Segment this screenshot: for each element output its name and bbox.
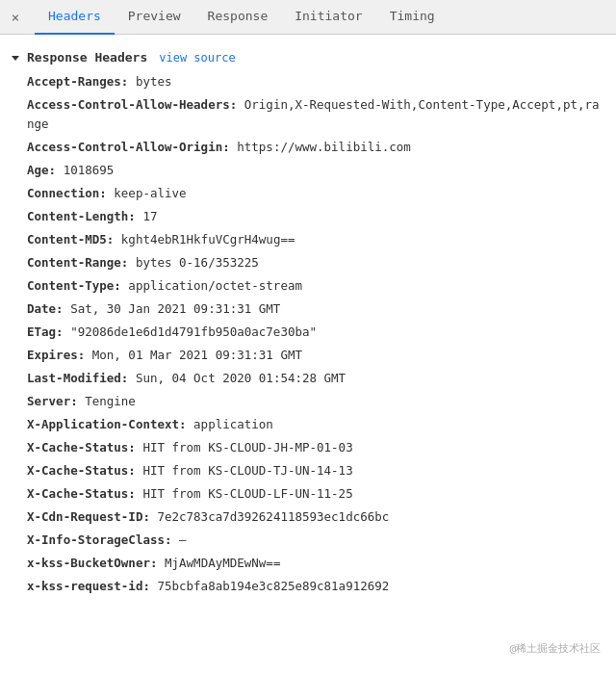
header-value: keep-alive	[114, 186, 186, 200]
header-row: Content-Range: bytes 0-16/353225	[27, 251, 601, 274]
header-value: 75bcbfa8ab194e3c825e89c81a912692	[157, 579, 389, 593]
header-value: bytes 0-16/353225	[136, 255, 259, 270]
header-name: ETag:	[27, 325, 70, 339]
header-name: Accept-Ranges:	[27, 74, 136, 89]
header-row: Accept-Ranges: bytes	[27, 70, 601, 93]
header-name: Date:	[27, 301, 70, 316]
header-value: "92086de1e6d1d4791fb950a0ac7e30ba"	[70, 325, 317, 339]
header-row: Content-MD5: kght4ebR1HkfuVCgrH4wug==	[27, 228, 601, 251]
header-value: kght4ebR1HkfuVCgrH4wug==	[121, 232, 295, 247]
header-row: X-Cache-Status: HIT from KS-CLOUD-JH-MP-…	[27, 436, 601, 459]
header-name: Access-Control-Allow-Headers:	[27, 97, 244, 112]
content-area: Response Headers view source Accept-Rang…	[0, 35, 616, 675]
tab-timing[interactable]: Timing	[376, 0, 449, 35]
close-button[interactable]: ×	[8, 10, 23, 25]
header-row: Access-Control-Allow-Origin: https://www…	[27, 136, 601, 159]
header-value: HIT from KS-CLOUD-TJ-UN-14-13	[142, 463, 352, 478]
header-name: Content-Type:	[27, 278, 128, 293]
header-value: Mon, 01 Mar 2021 09:31:31 GMT	[92, 348, 302, 362]
header-name: Content-MD5:	[27, 232, 121, 247]
header-value: bytes	[136, 74, 172, 89]
header-value: 7e2c783ca7d392624118593ec1dc66bc	[157, 509, 389, 524]
header-row: Access-Control-Allow-Headers: Origin,X-R…	[27, 93, 601, 136]
headers-list: Accept-Ranges: bytesAccess-Control-Allow…	[0, 70, 616, 598]
header-name: X-Application-Context:	[27, 417, 193, 431]
header-row: Expires: Mon, 01 Mar 2021 09:31:31 GMT	[27, 344, 601, 367]
header-name: Content-Range:	[27, 255, 136, 270]
collapse-triangle-icon	[12, 56, 19, 61]
header-value: application	[193, 417, 273, 431]
header-value: 17	[142, 209, 157, 223]
header-row: X-Cdn-Request-ID: 7e2c783ca7d39262411859…	[27, 506, 601, 529]
tab-headers[interactable]: Headers	[35, 0, 115, 35]
tab-preview[interactable]: Preview	[115, 0, 194, 35]
header-name: Connection:	[27, 186, 114, 200]
header-value: HIT from KS-CLOUD-JH-MP-01-03	[142, 440, 352, 454]
header-value: 1018695	[64, 163, 115, 177]
header-row: Content-Length: 17	[27, 205, 601, 228]
header-value: Tengine	[85, 394, 136, 408]
header-value: https://www.bilibili.com	[237, 140, 411, 154]
header-row: Date: Sat, 30 Jan 2021 09:31:31 GMT	[27, 298, 601, 321]
tab-initiator[interactable]: Initiator	[281, 0, 375, 35]
header-name: X-Cdn-Request-ID:	[27, 509, 157, 524]
response-headers-section-header: Response Headers view source	[0, 44, 616, 70]
header-name: Age:	[27, 163, 64, 177]
view-source-link[interactable]: view source	[159, 51, 235, 65]
header-name: Access-Control-Allow-Origin:	[27, 140, 237, 154]
header-row: X-Info-StorageClass: –	[27, 529, 601, 552]
header-row: Connection: keep-alive	[27, 182, 601, 205]
header-row: X-Cache-Status: HIT from KS-CLOUD-LF-UN-…	[27, 482, 601, 506]
tabs-bar: × Headers Preview Response Initiator Tim…	[0, 0, 616, 35]
header-value: application/octet-stream	[128, 278, 302, 293]
header-row: X-Application-Context: application	[27, 413, 601, 436]
header-name: X-Info-StorageClass:	[27, 532, 179, 547]
header-value: HIT from KS-CLOUD-LF-UN-11-25	[142, 486, 352, 501]
header-name: x-kss-request-id:	[27, 579, 157, 593]
header-row: Content-Type: application/octet-stream	[27, 274, 601, 298]
header-row: Last-Modified: Sun, 04 Oct 2020 01:54:28…	[27, 367, 601, 390]
header-name: Expires:	[27, 348, 92, 362]
tab-response[interactable]: Response	[194, 0, 282, 35]
header-name: Last-Modified:	[27, 371, 136, 385]
header-row: Server: Tengine	[27, 390, 601, 413]
header-value: MjAwMDAyMDEwNw==	[165, 556, 280, 570]
header-row: x-kss-request-id: 75bcbfa8ab194e3c825e89…	[27, 575, 601, 598]
header-name: x-kss-BucketOwner:	[27, 556, 165, 570]
header-value: Sat, 30 Jan 2021 09:31:31 GMT	[70, 301, 280, 316]
response-headers-title: Response Headers	[12, 50, 147, 65]
header-row: Age: 1018695	[27, 159, 601, 182]
header-value: Sun, 04 Oct 2020 01:54:28 GMT	[136, 371, 346, 385]
header-row: x-kss-BucketOwner: MjAwMDAyMDEwNw==	[27, 552, 601, 575]
watermark: @稀土掘金技术社区	[509, 641, 601, 656]
header-row: X-Cache-Status: HIT from KS-CLOUD-TJ-UN-…	[27, 459, 601, 482]
header-name: Server:	[27, 394, 85, 408]
header-row: ETag: "92086de1e6d1d4791fb950a0ac7e30ba"	[27, 321, 601, 344]
header-name: X-Cache-Status:	[27, 440, 142, 454]
header-name: X-Cache-Status:	[27, 486, 142, 501]
header-value: –	[179, 532, 187, 547]
header-name: X-Cache-Status:	[27, 463, 142, 478]
header-name: Content-Length:	[27, 209, 142, 223]
